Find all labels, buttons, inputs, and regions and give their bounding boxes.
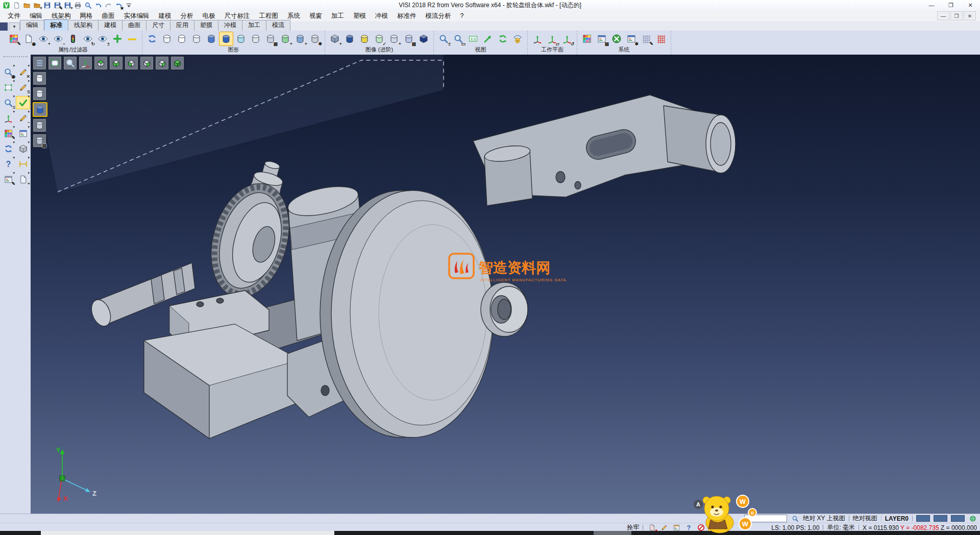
attributes-palette-icon[interactable]: ✎ (1, 127, 15, 140)
taskbar-segment[interactable] (594, 531, 631, 535)
online-globe-icon[interactable] (968, 515, 977, 523)
measure-distance-icon[interactable] (16, 157, 30, 171)
menu-item[interactable]: 模流分析 (421, 11, 456, 21)
menu-item[interactable]: 视窗 (305, 11, 327, 21)
zoom-1-1-icon[interactable] (466, 32, 480, 46)
view-mode-label[interactable]: 绝对 XY 上视图 (803, 514, 845, 523)
sidebar-grip[interactable] (3, 56, 28, 61)
toggle-visibility-eye-icon[interactable]: ± (95, 32, 110, 46)
tab[interactable]: 尺寸 (146, 20, 170, 31)
view-menu-icon[interactable] (33, 56, 46, 70)
dashed-hidden-cylinder-icon[interactable] (189, 32, 204, 46)
windows-taskbar[interactable] (0, 531, 980, 535)
zoom-selected-arrow-icon[interactable] (481, 32, 495, 46)
highlight-cylinder-icon[interactable] (357, 32, 372, 46)
duplicate-cylinder-icon[interactable]: + (387, 32, 401, 46)
dark-shaded-cylinder-icon[interactable] (342, 32, 357, 46)
zoom-plus-minus-icon[interactable]: ± (1, 96, 15, 109)
taskbar-segment[interactable] (41, 531, 334, 535)
shaded-cylinder-icon[interactable] (204, 32, 218, 46)
menu-item[interactable]: ? (456, 11, 469, 20)
sketch-curve-icon[interactable]: S (16, 81, 30, 94)
save-all-icon[interactable]: + (63, 1, 72, 10)
save-icon[interactable] (42, 1, 52, 10)
workplane-set-icon[interactable]: ▱ (545, 32, 559, 46)
hide-all-minus-icon[interactable] (125, 32, 139, 46)
stacked-cylinders-icon[interactable]: + (278, 32, 292, 46)
tab[interactable]: 塑膜 (194, 20, 218, 31)
doc-restore-button[interactable]: ❐ (950, 11, 963, 20)
view-back-icon[interactable] (140, 56, 154, 70)
view-front-icon[interactable] (125, 56, 138, 70)
tab[interactable]: 编辑 (20, 20, 44, 31)
print-preview-icon[interactable] (83, 1, 93, 10)
menu-item[interactable]: 标准件 (393, 11, 421, 21)
workplane-align-icon[interactable]: ↺ (560, 32, 574, 46)
tab[interactable]: 加工 (242, 20, 266, 31)
quick-access-dropdown[interactable] (124, 1, 134, 10)
active-layer-label[interactable]: LAYER0 (885, 515, 909, 522)
close-button[interactable]: ✕ (961, 0, 980, 10)
save-as-icon[interactable]: ✎ (53, 1, 62, 10)
hatched-mode-icon[interactable]: ▤ (33, 134, 46, 148)
tab[interactable]: 应用 (170, 20, 194, 31)
show-entities-eye-icon[interactable]: + (36, 32, 51, 46)
viewport-3d[interactable]: 智造资料网 INTELLIGENT MANUFACTURING DATA Y X… (31, 55, 980, 514)
tab[interactable]: 线架构 (68, 20, 99, 31)
import-file-icon[interactable]: + (32, 1, 42, 10)
minimize-button[interactable]: — (922, 0, 941, 10)
layer-color-swatch[interactable] (951, 515, 965, 522)
solid-cube-icon[interactable] (416, 32, 431, 46)
view-left-icon[interactable] (155, 56, 169, 70)
layer-color-swatch[interactable] (916, 515, 930, 522)
tab[interactable]: 建模 (98, 20, 122, 31)
window-fit-icon[interactable] (1, 81, 15, 94)
mesh-cylinder-icon[interactable]: ▤ (402, 32, 416, 46)
panel-settings-icon[interactable]: ✱ (624, 32, 639, 46)
recent-files-icon[interactable]: ★ (114, 1, 124, 10)
shaded-mode-icon[interactable] (33, 102, 47, 117)
hatched-cylinder-icon[interactable]: ▤ (263, 32, 278, 46)
view-orientation-face-icon[interactable] (510, 32, 525, 46)
draw-wave-icon[interactable]: ~ (16, 111, 30, 125)
print-icon[interactable] (73, 1, 83, 10)
menu-item[interactable]: 冲模 (371, 11, 393, 21)
help-question-icon[interactable] (1, 157, 15, 171)
attribute-preview-icon[interactable]: ◉ (21, 32, 36, 46)
shaded-edges-cylinder-icon[interactable] (219, 32, 233, 46)
refresh-visibility-eye-icon[interactable]: ↻ (81, 32, 95, 46)
filter-traffic-light-icon[interactable] (66, 32, 80, 46)
list-edit-icon[interactable]: ✎ (1, 173, 15, 186)
move-axis-icon[interactable] (1, 111, 15, 125)
tab[interactable]: 模流 (266, 20, 290, 31)
redraw-icon[interactable] (145, 32, 159, 46)
flat-shade-mode-icon[interactable] (33, 118, 46, 132)
layout-window-icon[interactable] (16, 127, 30, 140)
color-palette-icon[interactable] (580, 32, 594, 46)
tab[interactable]: 冲模 (218, 20, 242, 31)
verify-cylinder-icon[interactable]: ✓ (372, 32, 386, 46)
transparent-cylinder-icon[interactable] (234, 32, 248, 46)
origin-axes-icon[interactable] (79, 56, 92, 70)
undo-icon[interactable] (93, 1, 103, 10)
layer-color-swatch[interactable] (934, 515, 947, 522)
grid-display-icon[interactable] (654, 32, 668, 46)
system-settings-icon[interactable] (609, 32, 624, 46)
fit-view-icon[interactable] (48, 56, 62, 70)
zoom-window-icon[interactable]: ▭ (451, 32, 465, 46)
copy-view-cylinder-icon[interactable]: + (293, 32, 307, 46)
menu-item[interactable]: 加工 (327, 11, 349, 21)
view-bottom-icon[interactable] (109, 56, 123, 70)
refresh-model-icon[interactable] (1, 142, 15, 155)
view-top-icon[interactable] (94, 56, 108, 70)
preview-zoom-icon[interactable]: ◉ (1, 65, 15, 79)
restore-button[interactable]: ❐ (941, 0, 961, 10)
refresh-view-icon[interactable] (496, 32, 510, 46)
open-file-icon[interactable] (22, 1, 32, 10)
zoom-in-out-icon[interactable]: ± (436, 32, 451, 46)
tab[interactable]: 标准 (44, 19, 68, 31)
confirm-check-icon[interactable] (16, 96, 30, 109)
snap-grid-icon[interactable]: ✎ (639, 32, 653, 46)
wireframe-mode-icon[interactable] (33, 71, 46, 85)
new-file-icon[interactable] (12, 1, 21, 10)
